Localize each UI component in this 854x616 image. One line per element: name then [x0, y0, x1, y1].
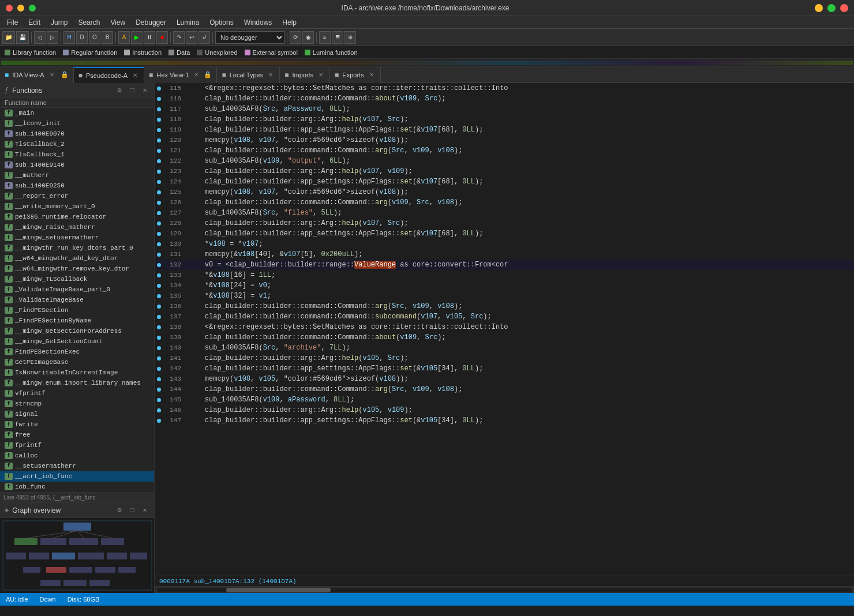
tab-hexview[interactable]: ■ Hex View-1 ✕ 🔒: [144, 67, 217, 83]
function-list-item[interactable]: f__mingw_TLScallback: [0, 274, 154, 284]
code-line[interactable]: 127 sub_140035AF8(Src, "files", 5LL);: [155, 208, 854, 218]
tab-exports-close[interactable]: ✕: [368, 71, 376, 79]
graph-close-btn[interactable]: ✕: [140, 506, 149, 515]
function-list-item[interactable]: fGetPEImageBase: [0, 357, 154, 367]
function-list-item[interactable]: f_ValidateImageBase: [0, 295, 154, 305]
hscroll-thumb[interactable]: [226, 588, 331, 592]
graph-expand-btn[interactable]: □: [128, 506, 137, 515]
function-list-item[interactable]: ffprintf: [0, 440, 154, 450]
toolbar-asm-btn[interactable]: A: [118, 31, 130, 44]
code-line[interactable]: 147 clap_builder::builder::app_settings:…: [155, 415, 854, 426]
toolbar-xref-btn[interactable]: ⊕: [344, 31, 356, 44]
function-list-item[interactable]: fFindPESectionExec: [0, 347, 154, 357]
code-line[interactable]: 120 memcpy(v108, v107, "color:#569cd6">s…: [155, 135, 854, 145]
sidebar-settings-btn[interactable]: ⚙: [115, 86, 124, 95]
function-list-item[interactable]: f__mingw_GetSectionForAddress: [0, 326, 154, 336]
code-line[interactable]: 115 <&regex::regexset::bytes::SetMatches…: [155, 83, 854, 93]
function-list-item[interactable]: fiob_func: [0, 482, 154, 492]
code-line[interactable]: 128 clap_builder::builder::arg::Arg::hel…: [155, 218, 854, 228]
code-line[interactable]: 117 sub_140035AF8(Src, aPassword, 8LL);: [155, 104, 854, 114]
toolbar-graph-btn[interactable]: ≡: [319, 31, 331, 44]
tab-pseudocode[interactable]: ■ Pseudocode-A ✕: [74, 67, 144, 83]
menu-debugger[interactable]: Debugger: [131, 17, 171, 28]
toolbar-bin-btn[interactable]: B: [102, 31, 113, 44]
code-line[interactable]: 136 clap_builder::builder::command::Comm…: [155, 301, 854, 311]
tr-red-icon[interactable]: [840, 4, 848, 12]
toolbar-list-btn[interactable]: ≣: [332, 31, 343, 44]
toolbar-back-btn[interactable]: ◁: [34, 31, 46, 44]
tr-yellow-icon[interactable]: [815, 4, 823, 12]
tab-imports[interactable]: ■ Imports ✕: [280, 67, 330, 83]
toolbar-hex-btn[interactable]: H: [63, 31, 75, 44]
tr-green-icon[interactable]: [827, 4, 836, 12]
function-list-item[interactable]: fpei386_runtime_relocator: [0, 212, 154, 222]
function-list-item[interactable]: fsub_1400E9140: [0, 160, 154, 170]
toolbar-over-btn[interactable]: ↩: [186, 31, 197, 44]
function-list-item[interactable]: f__mingw_enum_import_library_names: [0, 378, 154, 388]
function-list-item[interactable]: fsignal: [0, 409, 154, 419]
menu-search[interactable]: Search: [73, 17, 104, 28]
menu-windows[interactable]: Windows: [239, 17, 277, 28]
toolbar-run-btn[interactable]: ▶: [131, 31, 143, 44]
code-line[interactable]: 116 clap_builder::builder::command::Comm…: [155, 93, 854, 104]
close-button[interactable]: [6, 5, 13, 12]
function-list-item[interactable]: f__lconv_init: [0, 118, 154, 129]
function-list-item[interactable]: f_FindPESection: [0, 305, 154, 315]
code-line[interactable]: 130 *v108 = *v107;: [155, 239, 854, 249]
function-list-item[interactable]: fTlsCallback_1: [0, 149, 154, 160]
function-list-item[interactable]: f__setusermatherr: [0, 461, 154, 471]
function-list-item[interactable]: fcalloc: [0, 450, 154, 461]
toolbar-refresh-btn[interactable]: ⟳: [290, 31, 301, 44]
function-list-item[interactable]: f__mingw_GetSectionCount: [0, 336, 154, 347]
segment-minimap[interactable]: [0, 59, 854, 67]
code-line[interactable]: 129 clap_builder::builder::app_settings:…: [155, 228, 854, 239]
minimize-button[interactable]: [17, 5, 24, 12]
tab-imports-close[interactable]: ✕: [317, 71, 325, 79]
code-line[interactable]: 131 memcpy(&v108[40], &v107[5], 0x200uLL…: [155, 249, 854, 260]
function-list[interactable]: f_mainf__lconv_initfsub_1400E9070fTlsCal…: [0, 108, 154, 492]
function-list-item[interactable]: f__write_memory_part_0: [0, 201, 154, 212]
menu-view[interactable]: View: [106, 17, 130, 28]
function-list-item[interactable]: fTlsCallback_2: [0, 139, 154, 149]
function-list-item[interactable]: f__w64_mingwthr_remove_key_dtor: [0, 264, 154, 274]
code-line[interactable]: 126 clap_builder::builder::command::Comm…: [155, 197, 854, 208]
tab-exports[interactable]: ■ Exports ✕: [330, 67, 381, 83]
function-list-item[interactable]: f__mingw_setusermatherr: [0, 232, 154, 243]
code-line[interactable]: 141 clap_builder::builder::arg::Arg::hel…: [155, 353, 854, 363]
function-list-item[interactable]: f__mingwthr_run_key_dtors_part_0: [0, 243, 154, 253]
code-line[interactable]: 142 clap_builder::builder::app_settings:…: [155, 363, 854, 374]
tab-ida-view-close[interactable]: ✕: [48, 71, 56, 79]
h-scrollbar[interactable]: [155, 586, 854, 593]
toolbar-open-btn[interactable]: 📁: [2, 31, 15, 44]
code-line[interactable]: 118 clap_builder::builder::arg::Arg::hel…: [155, 114, 854, 125]
code-line[interactable]: 123 clap_builder::builder::arg::Arg::hel…: [155, 166, 854, 176]
code-line[interactable]: 134 *&v108[24] = v0;: [155, 280, 854, 291]
tab-ida-view[interactable]: ■ IDA View-A ✕ 🔒: [0, 67, 74, 83]
menu-lumina[interactable]: Lumina: [172, 17, 204, 28]
code-scroll[interactable]: 115 <&regex::regexset::bytes::SetMatches…: [155, 83, 854, 576]
code-line[interactable]: 125 memcpy(v108, v107, "color:#569cd6">s…: [155, 187, 854, 197]
function-list-item[interactable]: fstrncmp: [0, 399, 154, 409]
code-line[interactable]: 135 *&v108[32] = v1;: [155, 291, 854, 301]
menu-jump[interactable]: Jump: [46, 17, 72, 28]
toolbar-stop-btn[interactable]: ■: [156, 31, 168, 44]
menu-options[interactable]: Options: [205, 17, 238, 28]
tab-lt-close[interactable]: ✕: [267, 71, 275, 79]
function-list-item[interactable]: f__mingw_raise_matherr: [0, 222, 154, 232]
code-line[interactable]: 138 <&regex::regexset::bytes::SetMatches…: [155, 322, 854, 332]
toolbar-breakpt-btn[interactable]: ◉: [302, 31, 314, 44]
menu-edit[interactable]: Edit: [24, 17, 45, 28]
toolbar-pause-btn[interactable]: ⏸: [144, 31, 155, 44]
code-line[interactable]: 133 *&v108[16] = 1LL;: [155, 270, 854, 280]
hscroll-track[interactable]: [157, 588, 852, 592]
tab-pseudo-close[interactable]: ✕: [131, 72, 139, 80]
toolbar-save-btn[interactable]: 💾: [16, 31, 29, 44]
code-line[interactable]: 132 v0 = <clap_builder::builder::range::…: [155, 260, 854, 270]
code-line[interactable]: 146 clap_builder::builder::arg::Arg::hel…: [155, 405, 854, 415]
menu-help[interactable]: Help: [278, 17, 301, 28]
code-line[interactable]: 140 sub_140035AF8(Src, "archive", 7LL);: [155, 343, 854, 353]
code-line[interactable]: 139 clap_builder::builder::command::Comm…: [155, 332, 854, 343]
function-list-item[interactable]: fvfprintf: [0, 388, 154, 399]
function-list-item[interactable]: f__acrt_iob_func: [0, 471, 154, 482]
function-list-item[interactable]: f__w64_mingwthr_add_key_dtor: [0, 253, 154, 264]
